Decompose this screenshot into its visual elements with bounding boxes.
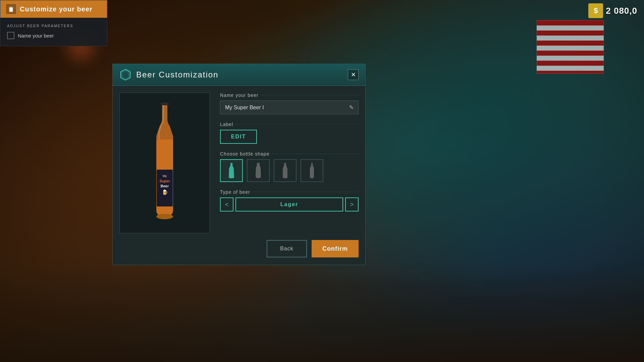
back-button[interactable]: Back [267,240,307,257]
label-section-title: Label [220,122,359,127]
bottle-shapes-row [220,159,359,182]
svg-marker-1 [122,71,129,79]
confirm-button[interactable]: Confirm [312,240,359,257]
panel-body: ADJUST BEER PARAMETERS Name your beer [0,18,107,46]
currency-display: $ 2 080,0 [588,3,637,18]
beer-type-section: Type of beer < Lager > [220,189,359,212]
dialog-header-left: Beer Customization [119,69,218,81]
dialog-close-button[interactable]: ✕ [348,69,359,80]
name-beer-label: Name your beer [18,33,54,39]
edit-pencil-icon[interactable]: ✎ [349,104,354,111]
bottle-shape-1[interactable] [220,159,243,182]
bottle-preview: My Super Beer 🍺 [119,93,210,233]
dialog-title: Beer Customization [136,70,218,79]
form-panel: Name your beer ✎ Label Edit Choose bottl… [220,93,359,233]
panel-section-title: ADJUST BEER PARAMETERS [7,24,100,28]
edit-label-button[interactable]: Edit [220,130,257,144]
bottle-container: My Super Beer 🍺 [120,93,210,233]
bottle-shape-3[interactable] [274,159,297,182]
svg-text:Super: Super [159,179,170,183]
name-section: Name your beer ✎ [220,93,359,114]
sidebar-panel: 📋 Customize your beer ADJUST BEER PARAME… [0,0,107,46]
svg-rect-2 [161,103,169,105]
bottle-shape-section: Choose bottle shape [220,151,359,182]
panel-title-text: Customize your beer [20,5,93,13]
dialog-header: Beer Customization ✕ [113,64,365,86]
dialog-footer: Back Confirm [113,240,365,265]
bg-shelf [0,261,644,362]
svg-point-9 [156,214,173,219]
name-label: Name your beer [220,93,359,98]
bottle-shape-4[interactable] [301,159,323,182]
bottle-shape-label: Choose bottle shape [220,151,359,157]
bottle-svg: My Super Beer 🍺 [138,99,192,227]
beer-type-next-button[interactable]: > [345,197,359,212]
bg-flag [537,20,604,74]
beer-type-selector: < Lager > [220,197,359,212]
dialog-body: My Super Beer 🍺 Name your beer [113,86,365,240]
beer-dialog-icon [119,69,131,81]
beer-type-name-button[interactable]: Lager [235,197,343,212]
currency-icon: $ [588,3,603,18]
label-section: Label Edit [220,122,359,144]
svg-text:Beer: Beer [161,184,169,188]
svg-text:🍺: 🍺 [162,189,168,195]
panel-title-bar: 📋 Customize your beer [0,0,107,18]
beer-type-label: Type of beer [220,189,359,195]
name-input-wrapper: ✎ [220,101,359,114]
currency-amount: 2 080,0 [606,6,637,16]
beer-customization-dialog: Beer Customization ✕ [112,64,366,265]
name-beer-checkbox[interactable] [7,32,14,39]
svg-text:My: My [163,174,167,178]
beer-type-prev-button[interactable]: < [220,197,233,212]
beer-name-input[interactable] [225,105,349,111]
bottle-shape-2[interactable] [247,159,270,182]
panel-checkbox-row: Name your beer [7,32,100,39]
panel-title-icon: 📋 [6,4,16,14]
